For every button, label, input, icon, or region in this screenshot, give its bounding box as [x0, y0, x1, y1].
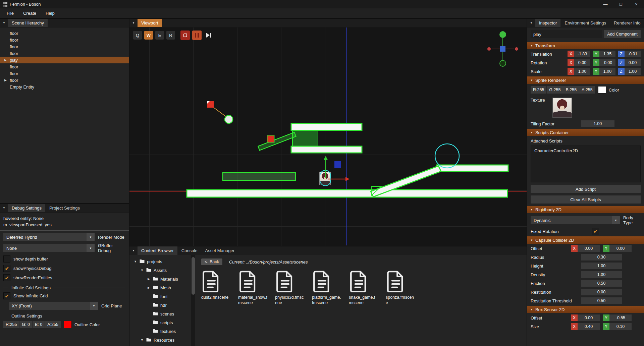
tree-item[interactable]: ▶ Materials [129, 275, 196, 283]
small-ramp-entity[interactable] [258, 132, 296, 151]
gizmo-z-axis[interactable] [500, 46, 505, 52]
axis-x-badge[interactable]: X [568, 68, 574, 75]
red-box-entity[interactable] [267, 135, 274, 142]
show-grid-checkbox[interactable] [3, 292, 10, 299]
tree-item[interactable]: scripts [129, 318, 196, 327]
menu-item[interactable]: Create [18, 8, 41, 18]
axis-y-badge[interactable]: Y [593, 51, 599, 57]
property-value-field[interactable]: 0.50 [581, 297, 622, 304]
offset-x-field[interactable]: 0.00 [578, 314, 600, 321]
file-item[interactable]: material_show.fmscene [238, 270, 268, 305]
expand-arrow-icon[interactable]: ▶ [147, 277, 151, 281]
hierarchy-item[interactable]: Empty Entity [0, 83, 129, 90]
expand-arrow-icon[interactable]: ▶ [4, 58, 10, 62]
entity-name-input[interactable]: play [531, 30, 602, 38]
z-value-field[interactable]: 1.00 [625, 68, 641, 75]
color-channel-field[interactable]: R:255 [531, 86, 547, 94]
axis-z-badge[interactable]: Z [618, 59, 625, 66]
gizmo-tool-button[interactable]: W [144, 31, 153, 40]
add-script-button[interactable]: Add Script [531, 185, 641, 193]
gizmo-y-positive[interactable] [499, 31, 506, 38]
x-value-field[interactable]: 0.00 [574, 59, 590, 66]
hierarchy-item[interactable]: floor [0, 63, 129, 70]
axis-y-badge[interactable]: Y [593, 68, 599, 75]
axis-x-badge[interactable]: X [568, 51, 574, 57]
back-button[interactable]: <- Back [201, 258, 222, 265]
outline-color-swatch[interactable] [64, 321, 72, 328]
scrollbar-thumb[interactable] [192, 257, 195, 295]
hierarchy-item[interactable]: ▶ floor [0, 77, 129, 83]
axis-x-badge[interactable]: X [568, 59, 574, 66]
tree-item[interactable]: hdr [129, 301, 196, 309]
axis-x-badge[interactable]: X [571, 323, 578, 330]
gizmo-tool-button[interactable]: Q [133, 31, 142, 40]
hierarchy-item[interactable]: floor [0, 30, 129, 37]
checkbox[interactable] [3, 255, 10, 263]
axis-y-badge[interactable]: Y [603, 314, 609, 321]
property-value-field[interactable]: 0.50 [581, 280, 622, 287]
file-item[interactable]: platform_game.fmscene [312, 270, 341, 305]
file-item[interactable]: dust2.fmscene [201, 270, 231, 305]
tab[interactable]: Content Browser [138, 246, 177, 255]
z-value-field[interactable]: 0.00 [625, 59, 641, 66]
texture-thumbnail[interactable] [552, 98, 572, 118]
platform-entity[interactable] [291, 146, 362, 153]
scripts-section-header[interactable]: ▼ Scripts Container [527, 129, 644, 136]
ball-entity[interactable] [225, 115, 233, 123]
hierarchy-item[interactable]: ▶ play [0, 57, 129, 63]
dropdown-arrow-icon[interactable]: ▼ [87, 244, 95, 252]
panel-menu-icon[interactable]: ▼ [129, 246, 138, 255]
expand-arrow-icon[interactable]: ▼ [140, 338, 144, 342]
stop-button[interactable] [180, 31, 190, 40]
tab[interactable]: Console [178, 246, 201, 255]
expand-arrow-icon[interactable]: ▶ [147, 286, 151, 289]
y-value-field[interactable]: 1.00 [599, 68, 615, 75]
tree-item[interactable]: ▼ Resources [129, 336, 196, 344]
property-value-field[interactable]: 1.00 [581, 271, 622, 278]
x-value-field[interactable]: -1.83 [574, 51, 590, 57]
maximize-button[interactable]: □ [613, 0, 629, 8]
tree-item[interactable]: scenes [129, 309, 196, 318]
offset-x-field[interactable]: 0.00 [578, 245, 600, 252]
axis-x-badge[interactable]: X [571, 314, 578, 321]
color-channel-field[interactable]: G:255 [547, 86, 563, 94]
offset-y-field[interactable]: -0.55 [609, 314, 632, 321]
gizmo-y-negative[interactable] [500, 60, 506, 66]
hierarchy-item[interactable]: floor [0, 43, 129, 50]
color-channel-field[interactable]: B: 0 [33, 321, 45, 328]
hierarchy-item[interactable]: floor [0, 37, 129, 43]
tree-item[interactable]: font [129, 292, 196, 301]
file-item[interactable]: physics3d.fmscene [275, 270, 305, 305]
gizmo-x-positive[interactable] [515, 47, 518, 51]
platform-entity[interactable] [291, 123, 362, 130]
orientation-gizmo[interactable] [487, 31, 518, 66]
color-channel-field[interactable]: A:255 [45, 321, 61, 328]
panel-menu-icon[interactable]: ▼ [0, 19, 8, 27]
tab[interactable]: Renderer Info [610, 19, 644, 27]
x-value-field[interactable]: 1.00 [574, 68, 590, 75]
offset-y-field[interactable]: 0.00 [609, 245, 632, 252]
circle-collider-outline[interactable] [435, 144, 459, 168]
translate-gizmo-x-head[interactable] [345, 177, 350, 181]
viewport-scene[interactable]: Q W E R [129, 27, 527, 246]
body-type-combo[interactable]: Dynamic ▼ [531, 216, 620, 224]
green-box-entity[interactable] [292, 130, 318, 146]
tree-item[interactable]: ▶ Mesh [129, 283, 196, 292]
blue-marker-entity[interactable] [334, 161, 341, 168]
expand-arrow-icon[interactable]: ▼ [140, 269, 144, 272]
tab[interactable]: Inspector [535, 19, 560, 27]
expand-arrow-icon[interactable]: ▶ [4, 78, 10, 82]
sprite-renderer-section-header[interactable]: ▼ Sprite Renderer [527, 76, 644, 84]
sprite-color-swatch[interactable] [598, 86, 606, 94]
tree-item[interactable]: ▼ projects [129, 257, 196, 266]
property-value-field[interactable]: 1.00 [581, 263, 622, 269]
axis-y-badge[interactable]: Y [603, 323, 609, 330]
property-value-field[interactable]: 0.30 [581, 254, 622, 261]
panel-menu-icon[interactable]: ▼ [129, 19, 138, 27]
axis-z-badge[interactable]: Z [618, 68, 625, 75]
ground-platform-entity[interactable] [187, 190, 507, 197]
render-mode-combo[interactable]: Deferred Hybrid ▼ [3, 233, 95, 241]
tab[interactable]: Environment Settings [561, 19, 610, 27]
box-sensor-section-header[interactable]: ▼ Box Sensor 2D [527, 306, 644, 313]
y-value-field[interactable]: -0.00 [599, 59, 615, 66]
